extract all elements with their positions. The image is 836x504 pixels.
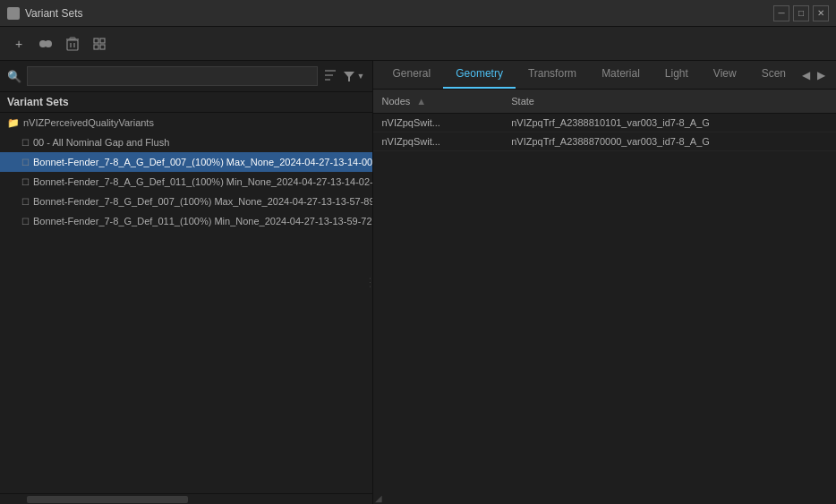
checkbox-icon: ☐ — [21, 138, 30, 148]
svg-rect-9 — [94, 45, 98, 49]
toolbar: + — [0, 27, 836, 61]
right-panel: General Geometry Transform Material Ligh… — [373, 61, 837, 504]
list-item-label: Bonnet-Fender_7-8_G_Def_011_(100%) Min_N… — [33, 216, 372, 226]
column-header-nodes[interactable]: Nodes ▲ — [373, 90, 503, 113]
cell-state: nVIZpqTrf_A2388810101_var003_id7-8_A_G — [502, 113, 836, 132]
close-button[interactable]: ✕ — [813, 5, 829, 21]
search-bar: 🔍 ▼ — [0, 61, 372, 92]
list-item-label: 00 - All Nominal Gap and Flush — [33, 137, 169, 148]
sort-button[interactable] — [323, 69, 337, 83]
checkbox-icon: ☐ — [21, 197, 30, 207]
filter-dropdown-icon: ▼ — [357, 72, 365, 81]
cell-nodes: nVIZpqSwit... — [373, 113, 503, 132]
left-panel: 🔍 ▼ Variant Sets — [0, 61, 373, 504]
tab-geometry[interactable]: Geometry — [443, 60, 516, 89]
tabs-nav-right[interactable]: ▶ — [814, 69, 829, 81]
tab-transform[interactable]: Transform — [516, 60, 589, 89]
svg-rect-8 — [100, 38, 105, 43]
checkbox-icon: ☐ — [21, 158, 30, 167]
list-item[interactable]: ☐ Bonnet-Fender_7-8_G_Def_007_(100%) Max… — [0, 192, 372, 211]
svg-rect-7 — [94, 38, 98, 43]
delete-button[interactable] — [61, 32, 84, 56]
app-icon — [7, 7, 20, 20]
data-table: Nodes ▲ State nVIZpqSwit... nVIZpqTrf_A2… — [373, 90, 837, 151]
list-item-label: nVIZPerceivedQualityVariants — [23, 117, 154, 128]
add-button[interactable]: + — [7, 32, 30, 56]
left-panel-scrollbar[interactable] — [0, 493, 372, 504]
minimize-button[interactable]: ─ — [773, 5, 789, 21]
list-item-label: Bonnet-Fender_7-8_A_G_Def_011_(100%) Min… — [33, 176, 372, 187]
resize-corner[interactable]: ◢ — [373, 491, 386, 504]
checkbox-icon: ☐ — [21, 177, 30, 187]
search-icon: 🔍 — [7, 70, 21, 83]
list-item[interactable]: ☐ Bonnet-Fender_7-8_A_G_Def_011_(100%) M… — [0, 172, 372, 192]
svg-marker-14 — [344, 72, 354, 81]
svg-rect-10 — [100, 45, 105, 49]
svg-rect-2 — [67, 40, 78, 50]
tree-list[interactable]: 📁 nVIZPerceivedQualityVariants ☐ 00 - Al… — [0, 113, 372, 493]
tabs-nav-left[interactable]: ◀ — [798, 69, 814, 81]
tabs-bar: General Geometry Transform Material Ligh… — [373, 61, 837, 90]
divider-dots: · · · — [366, 278, 374, 287]
tab-light[interactable]: Light — [653, 60, 701, 89]
search-input[interactable] — [27, 66, 318, 86]
tab-view[interactable]: View — [701, 60, 749, 89]
table-row[interactable]: nVIZpqSwit... nVIZpqTrf_A2388810101_var0… — [373, 113, 837, 132]
column-header-state[interactable]: State — [502, 90, 836, 113]
tree-header-label: Variant Sets — [7, 96, 69, 108]
window-controls: ─ □ ✕ — [773, 5, 829, 21]
panel-divider[interactable]: · · · — [369, 61, 372, 504]
main-layout: 🔍 ▼ Variant Sets — [0, 61, 836, 504]
list-item-label: Bonnet-Fender_7-8_A_G_Def_007_(100%) Max… — [33, 157, 372, 167]
filter-button[interactable]: ▼ — [343, 70, 365, 82]
cell-nodes: nVIZpqSwit... — [373, 132, 503, 150]
svg-rect-6 — [70, 38, 75, 39]
tab-material[interactable]: Material — [589, 60, 653, 89]
sort-arrow-icon: ▲ — [416, 96, 426, 107]
maximize-button[interactable]: □ — [793, 5, 809, 21]
cell-state: nVIZpqTrf_A2388870000_var003_id7-8_A_G — [502, 132, 836, 150]
svg-point-1 — [45, 40, 52, 47]
list-item[interactable]: 📁 nVIZPerceivedQualityVariants — [0, 113, 372, 132]
window-title: Variant Sets — [25, 7, 82, 20]
tab-scen[interactable]: Scen — [749, 60, 798, 89]
list-item[interactable]: ☐ 00 - All Nominal Gap and Flush — [0, 132, 372, 152]
tree-header: Variant Sets — [0, 92, 372, 113]
horizontal-scrollbar-thumb[interactable] — [27, 496, 188, 503]
resize-icon: ◢ — [375, 493, 382, 503]
data-table-container[interactable]: Nodes ▲ State nVIZpqSwit... nVIZpqTrf_A2… — [373, 90, 837, 491]
group-button[interactable] — [34, 32, 57, 56]
list-item[interactable]: ☐ Bonnet-Fender_7-8_G_Def_011_(100%) Min… — [0, 211, 372, 231]
tab-general[interactable]: General — [380, 60, 444, 89]
grid-button[interactable] — [88, 32, 111, 56]
title-bar: Variant Sets ─ □ ✕ — [0, 0, 836, 27]
list-item[interactable]: ☐ Bonnet-Fender_7-8_A_G_Def_007_(100%) M… — [0, 152, 372, 172]
folder-icon: 📁 — [7, 117, 20, 129]
list-item-label: Bonnet-Fender_7-8_G_Def_007_(100%) Max_N… — [33, 196, 372, 207]
table-row[interactable]: nVIZpqSwit... nVIZpqTrf_A2388870000_var0… — [373, 132, 837, 150]
checkbox-icon: ☐ — [21, 217, 30, 226]
